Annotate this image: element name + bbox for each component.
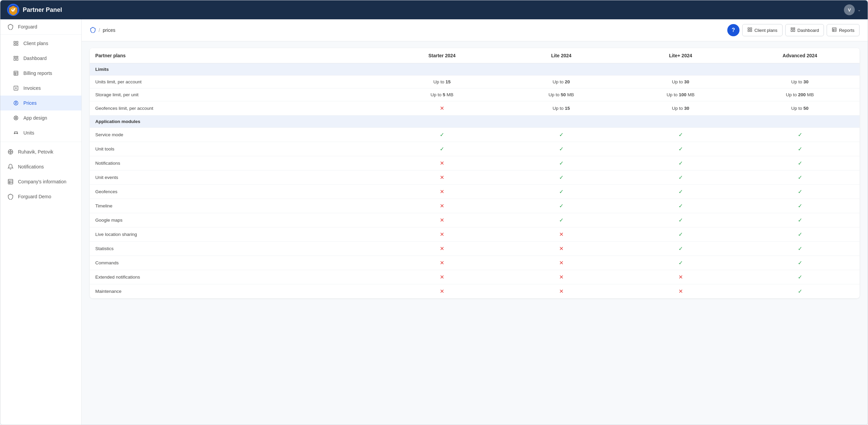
value-cell: Up to 50 MB xyxy=(501,88,621,101)
check-icon: ✓ xyxy=(559,203,564,209)
table-row: Timeline✕✓✓✓ xyxy=(90,199,860,213)
value-cell: Up to 30 xyxy=(621,76,740,88)
svg-rect-7 xyxy=(14,56,16,57)
table-icon xyxy=(7,178,14,185)
value-cell: ✕ xyxy=(621,270,740,284)
value-cell: ✓ xyxy=(740,270,860,284)
sidebar-item-billing-reports[interactable]: Billing reports xyxy=(0,66,81,81)
svg-rect-3 xyxy=(14,41,16,43)
list-icon xyxy=(13,70,19,77)
check-icon: ✓ xyxy=(798,246,802,251)
svg-point-21 xyxy=(16,117,17,118)
sidebar-item-client-plans[interactable]: Client plans xyxy=(0,36,81,51)
check-icon: ✓ xyxy=(798,260,802,266)
check-icon: ✓ xyxy=(678,217,683,223)
value-cell: Up to 15 xyxy=(501,101,621,116)
car-icon xyxy=(13,129,19,136)
table-row: Statistics✕✕✓✓ xyxy=(90,242,860,256)
svg-point-23 xyxy=(16,118,17,119)
svg-point-20 xyxy=(15,117,16,118)
reports-button[interactable]: Reports xyxy=(827,24,860,36)
sidebar-item-dashboard[interactable]: Dashboard xyxy=(0,51,81,66)
value-cell: ✓ xyxy=(740,142,860,156)
cross-icon: ✕ xyxy=(678,288,683,294)
table-row: Storage limit, per unitUp to 5 MBUp to 5… xyxy=(90,88,860,101)
feature-cell: Timeline xyxy=(90,199,382,213)
feature-cell: Units limit, per account xyxy=(90,76,382,88)
value-cell: ✓ xyxy=(621,256,740,270)
avatar-button[interactable]: V xyxy=(844,4,855,15)
dashboard-btn-icon xyxy=(790,27,795,33)
sidebar-item-prices[interactable]: Prices xyxy=(0,96,81,110)
invoices-icon xyxy=(13,85,19,92)
check-icon: ✓ xyxy=(798,189,802,195)
check-icon: ✓ xyxy=(678,260,683,266)
check-icon: ✓ xyxy=(798,203,802,209)
svg-rect-41 xyxy=(793,30,795,32)
main-layout: Forguard Client plans Dashboard xyxy=(0,19,868,425)
value-cell: ✓ xyxy=(740,170,860,185)
svg-rect-36 xyxy=(748,30,749,32)
dashboard-button[interactable]: Dashboard xyxy=(785,24,824,36)
value-cell: ✕ xyxy=(382,199,502,213)
check-icon: ✓ xyxy=(798,274,802,280)
sidebar-item-notifications[interactable]: Notifications xyxy=(0,159,81,174)
client-plans-btn-label: Client plans xyxy=(754,28,777,33)
content-area: / prices ? Client plans xyxy=(82,19,868,425)
value-cell: ✕ xyxy=(621,284,740,299)
value-cell: Up to 30 xyxy=(740,76,860,88)
sidebar-item-forguard-label: Forguard xyxy=(18,24,37,29)
sidebar-item-company-info[interactable]: Company's information xyxy=(0,174,81,189)
table-row: Unit tools✓✓✓✓ xyxy=(90,142,860,156)
cross-icon: ✕ xyxy=(559,288,564,294)
cross-icon: ✕ xyxy=(440,217,444,223)
cross-icon: ✕ xyxy=(440,231,444,237)
svg-rect-35 xyxy=(750,28,752,29)
value-cell: ✓ xyxy=(621,142,740,156)
table-container: Partner plans Starter 2024 Lite 2024 Lit… xyxy=(82,41,868,425)
value-cell: ✓ xyxy=(621,170,740,185)
sidebar-item-invoices[interactable]: Invoices xyxy=(0,81,81,96)
sidebar-item-client-plans-label: Client plans xyxy=(23,41,48,46)
svg-rect-34 xyxy=(748,28,749,29)
cross-icon: ✕ xyxy=(440,288,444,294)
cross-icon: ✕ xyxy=(559,274,564,280)
cross-icon: ✕ xyxy=(440,203,444,209)
table-section-header: Application modules xyxy=(90,116,860,128)
col-header-starter: Starter 2024 xyxy=(382,48,502,63)
value-cell: ✓ xyxy=(501,156,621,170)
sidebar: Forguard Client plans Dashboard xyxy=(0,19,82,425)
check-icon: ✓ xyxy=(798,146,802,152)
table-row: Google maps✕✓✓✓ xyxy=(90,213,860,227)
svg-point-19 xyxy=(14,116,18,120)
feature-cell: Notifications xyxy=(90,156,382,170)
sidebar-item-app-design[interactable]: App design xyxy=(0,110,81,125)
header-right: V ⌄ xyxy=(844,4,861,15)
value-cell: ✓ xyxy=(740,213,860,227)
sidebar-item-prices-label: Prices xyxy=(23,100,37,106)
value-cell: Up to 20 xyxy=(501,76,621,88)
cross-icon: ✕ xyxy=(559,231,564,237)
sidebar-item-forguard[interactable]: Forguard xyxy=(0,19,81,35)
cross-icon: ✕ xyxy=(440,189,444,195)
value-cell: ✓ xyxy=(621,185,740,199)
help-button[interactable]: ? xyxy=(727,24,739,36)
feature-cell: Google maps xyxy=(90,213,382,227)
svg-rect-4 xyxy=(16,41,18,43)
table-row: Maintenance✕✕✕✓ xyxy=(90,284,860,299)
reports-btn-label: Reports xyxy=(839,28,854,33)
value-cell: ✓ xyxy=(501,142,621,156)
svg-rect-5 xyxy=(14,44,16,45)
svg-rect-10 xyxy=(16,58,18,60)
svg-point-25 xyxy=(10,151,12,153)
value-cell: ✓ xyxy=(501,185,621,199)
value-cell: ✕ xyxy=(501,284,621,299)
client-plans-button[interactable]: Client plans xyxy=(742,24,783,36)
check-icon: ✓ xyxy=(798,288,802,294)
sidebar-item-dashboard-label: Dashboard xyxy=(23,56,47,61)
value-cell: ✓ xyxy=(382,142,502,156)
sidebar-item-units[interactable]: Units xyxy=(0,125,81,140)
sidebar-item-forguard-demo[interactable]: Forguard Demo xyxy=(0,189,81,204)
sidebar-item-ruhavik[interactable]: Ruhavik, Petovik xyxy=(0,144,81,159)
chevron-down-icon[interactable]: ⌄ xyxy=(857,7,861,12)
